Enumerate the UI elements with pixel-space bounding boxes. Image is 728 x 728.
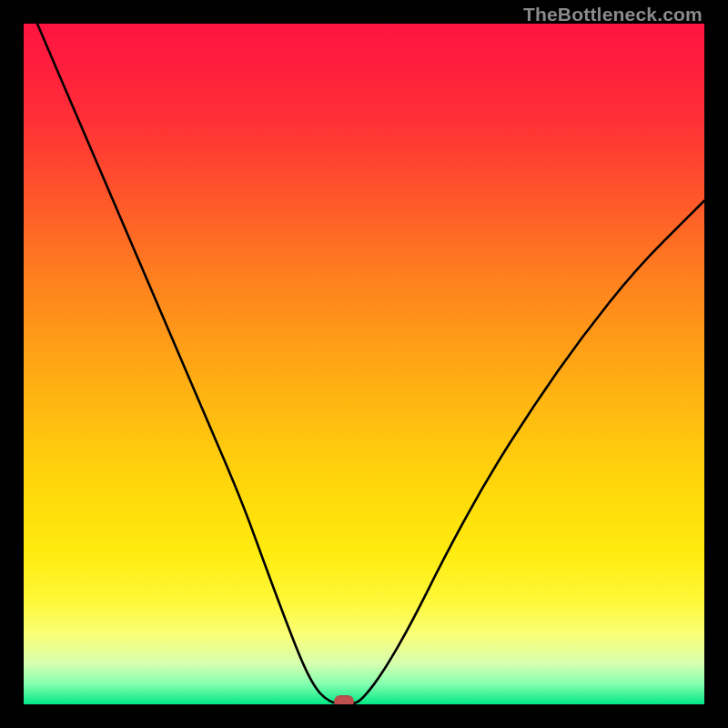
watermark-text: TheBottleneck.com [523,4,703,25]
bottleneck-curve [24,24,704,704]
optimal-point-marker [334,695,354,704]
chart-frame: TheBottleneck.com [0,0,728,728]
plot-area [24,24,704,704]
